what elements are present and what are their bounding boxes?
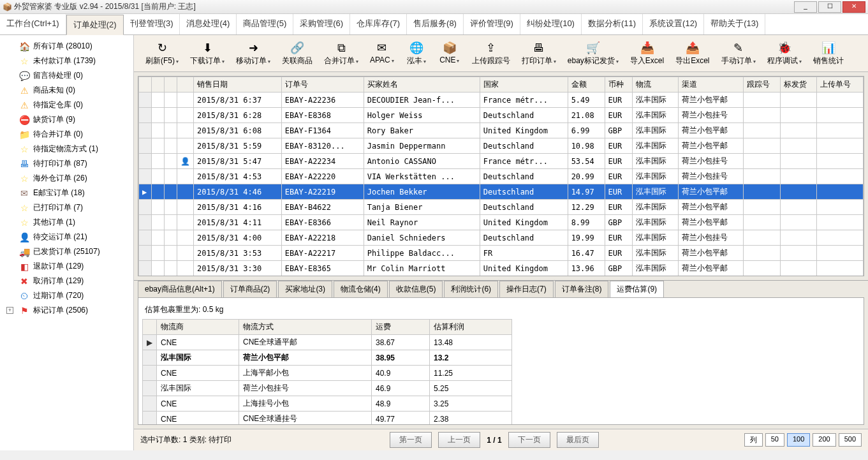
table-row[interactable]: 2015/8/31 4:11EBAY-E8366Neil RaynorUnite… — [139, 215, 864, 230]
toolbar-销售统计[interactable]: 📊销售统计 — [808, 39, 849, 68]
pagesize-500[interactable]: 500 — [839, 433, 862, 447]
grid-col[interactable]: 订单号 — [281, 77, 364, 93]
sidebar-item-8[interactable]: 🖶待打印订单 (87) — [0, 156, 133, 171]
grid-col[interactable] — [177, 77, 194, 93]
table-row[interactable]: 2015/8/31 6:08EBAY-F1364Rory BakerUnited… — [139, 123, 864, 138]
ship-col[interactable]: 估算利润 — [429, 320, 511, 335]
ship-col[interactable]: 运费 — [371, 320, 429, 335]
toolbar-关联商品[interactable]: 🔗关联商品 — [277, 39, 318, 68]
grid-col[interactable] — [152, 77, 165, 93]
toolbar-手动订单[interactable]: ✎手动订单 — [716, 39, 761, 68]
table-row[interactable]: 2015/8/31 3:18EBAY-F1363Edward GatheralU… — [139, 276, 864, 277]
sidebar-item-12[interactable]: ☆其他订单 (1) — [0, 215, 133, 230]
toolbar-刷新(F5)[interactable]: ↻刷新(F5) — [140, 39, 184, 68]
pagesize-100[interactable]: 100 — [787, 433, 810, 447]
toolbar-下载订单[interactable]: ⬇下载订单 — [185, 39, 230, 68]
table-row[interactable]: 2015/8/31 6:28EBAY-E8368Holger WeissDeut… — [139, 108, 864, 123]
menu-tab-5[interactable]: 采购管理(6) — [293, 14, 350, 34]
sidebar-item-2[interactable]: 💬留言待处理 (0) — [0, 68, 133, 83]
menu-tab-3[interactable]: 消息处理(4) — [180, 14, 237, 34]
ship-col[interactable]: 物流方式 — [239, 320, 372, 335]
close-button[interactable]: ✕ — [842, 1, 865, 13]
grid-col[interactable]: 跟踪号 — [743, 77, 780, 93]
sidebar-item-10[interactable]: ✉E邮宝订单 (18) — [0, 186, 133, 200]
table-row[interactable]: 2015/8/31 4:00EBAY-A22218Daniel Schniede… — [139, 230, 864, 246]
toolbar-导出Excel[interactable]: 📤导出Excel — [670, 39, 714, 68]
menu-tab-6[interactable]: 仓库库存(7) — [350, 14, 407, 34]
detail-tab-1[interactable]: 订单商品(2) — [223, 281, 277, 297]
table-row[interactable]: 2015/8/31 4:53EBAY-A22220VIA Werkstätten… — [139, 169, 864, 184]
detail-tab-2[interactable]: 买家地址(3) — [278, 281, 332, 297]
grid-col[interactable]: 销售日期 — [194, 77, 282, 93]
pagesize-200[interactable]: 200 — [813, 433, 835, 447]
sidebar-item-11[interactable]: ☆已打印订单 (7) — [0, 200, 133, 215]
sidebar-item-1[interactable]: ☆未付款订单 (1739) — [0, 54, 133, 68]
menu-tab-11[interactable]: 系统设置(12) — [643, 14, 704, 34]
prev-page-button[interactable]: 上一页 — [438, 432, 480, 448]
menu-tab-1[interactable]: 订单处理(2) — [66, 15, 124, 35]
toolbar-合并订单[interactable]: ⧉合并订单 — [319, 39, 364, 68]
next-page-button[interactable]: 下一页 — [508, 432, 550, 448]
ship-row[interactable]: CNE上海平邮小包40.911.25 — [143, 366, 512, 381]
menu-tab-7[interactable]: 售后服务(8) — [407, 14, 464, 34]
ship-row[interactable]: ▶CNECNE全球通平邮38.6713.48 — [143, 335, 512, 350]
table-row[interactable]: 2015/8/31 5:59EBAY-83120...Jasmin Depper… — [139, 138, 864, 154]
last-page-button[interactable]: 最后页 — [557, 432, 599, 448]
ship-row[interactable]: 泓丰国际荷兰小包挂号46.95.25 — [143, 381, 512, 396]
sidebar-item-5[interactable]: ⛔缺货订单 (9) — [0, 112, 133, 127]
pagesize-50[interactable]: 50 — [765, 433, 784, 447]
toolbar-ebay标记发货[interactable]: 🛒ebay标记发货 — [563, 39, 624, 68]
menu-tab-12[interactable]: 帮助关于(13) — [704, 14, 765, 34]
toolbar-打印订单[interactable]: 🖶打印订单 — [517, 39, 561, 68]
menu-tab-10[interactable]: 数据分析(11) — [582, 14, 643, 34]
table-row[interactable]: 👤2015/8/31 5:47EBAY-A22234Antonio CASSAN… — [139, 154, 864, 169]
sidebar-item-4[interactable]: ⚠待指定仓库 (0) — [0, 98, 133, 112]
table-row[interactable]: 2015/8/31 4:16EBAY-B4622Tanja BienerDeut… — [139, 200, 864, 215]
detail-tab-8[interactable]: 运费估算(9) — [610, 281, 664, 297]
sidebar-item-6[interactable]: 📁待合并订单 (0) — [0, 127, 133, 142]
menu-tab-8[interactable]: 评价管理(9) — [464, 14, 520, 34]
detail-tab-7[interactable]: 订单备注(8) — [555, 281, 609, 297]
table-row[interactable]: 2015/8/31 3:30EBAY-E8365Mr Colin Marriot… — [139, 261, 864, 276]
table-row[interactable]: ▶2015/8/31 4:46EBAY-A22219Jochen BekkerD… — [139, 184, 864, 200]
sidebar-item-14[interactable]: 🚚已发货订单 (25107) — [0, 244, 133, 259]
first-page-button[interactable]: 第一页 — [390, 432, 432, 448]
detail-tab-5[interactable]: 利润统计(6) — [444, 281, 498, 297]
sidebar-item-18[interactable]: +⚑标记订单 (2506) — [0, 303, 133, 318]
ship-col[interactable]: 物流商 — [157, 320, 239, 335]
toolbar-导入Excel[interactable]: 📥导入Excel — [625, 39, 669, 68]
table-row[interactable]: 2015/8/31 3:53EBAY-A22217Philippe Baldac… — [139, 246, 864, 261]
toolbar-程序调试[interactable]: 🐞程序调试 — [762, 39, 807, 68]
sidebar-item-16[interactable]: ✖取消订单 (129) — [0, 274, 133, 288]
minimize-button[interactable]: _ — [794, 1, 817, 13]
detail-tab-6[interactable]: 操作日志(7) — [499, 281, 554, 297]
grid-col[interactable]: 金额 — [568, 77, 605, 93]
grid-col[interactable]: 国家 — [480, 77, 568, 93]
menu-tab-0[interactable]: 工作台(Ctrl+1) — [0, 14, 66, 34]
order-grid[interactable]: 销售日期订单号买家姓名国家金额币种物流渠道跟踪号标发货上传单号2015/8/31… — [138, 76, 864, 276]
table-row[interactable]: 2015/8/31 6:37EBAY-A22236DECOUDIER Jean-… — [139, 93, 864, 108]
grid-col[interactable]: 标发货 — [780, 77, 817, 93]
toolbar-CNE[interactable]: 📦CNE — [434, 39, 466, 68]
tree-expand-icon[interactable]: + — [6, 307, 13, 314]
ship-row[interactable]: CNECNE全球通挂号49.772.38 — [143, 412, 512, 426]
grid-col[interactable]: 买家姓名 — [364, 77, 480, 93]
grid-col[interactable]: 上传单号 — [817, 77, 864, 93]
sidebar-item-17[interactable]: ⏲过期订单 (720) — [0, 288, 133, 303]
ship-row[interactable]: 泓丰国际荷兰小包平邮38.9513.2 — [143, 350, 512, 366]
toolbar-上传跟踪号[interactable]: ⇪上传跟踪号 — [467, 39, 515, 68]
sidebar-item-0[interactable]: 🏠所有订单 (28010) — [0, 39, 133, 54]
sidebar-item-13[interactable]: 👤待交运订单 (21) — [0, 230, 133, 244]
ship-row[interactable]: CNE上海挂号小包48.93.25 — [143, 396, 512, 412]
shipping-estimate-table[interactable]: 物流商物流方式运费估算利润▶CNECNE全球通平邮38.6713.48泓丰国际荷… — [142, 319, 512, 425]
sidebar-item-3[interactable]: ⚠商品未知 (0) — [0, 83, 133, 98]
toolbar-泓丰[interactable]: 🌐泓丰 — [401, 39, 432, 68]
sidebar-item-9[interactable]: ☆海外仓订单 (26) — [0, 171, 133, 186]
detail-tab-0[interactable]: ebay商品信息(Alt+1) — [138, 281, 222, 297]
grid-col[interactable]: 渠道 — [679, 77, 744, 93]
menu-tab-9[interactable]: 纠纷处理(10) — [520, 14, 582, 34]
grid-col[interactable] — [139, 77, 152, 93]
detail-tab-4[interactable]: 收款信息(5) — [389, 281, 443, 297]
sidebar-item-7[interactable]: ☆待指定物流方式 (1) — [0, 142, 133, 156]
menu-tab-4[interactable]: 商品管理(5) — [237, 14, 293, 34]
